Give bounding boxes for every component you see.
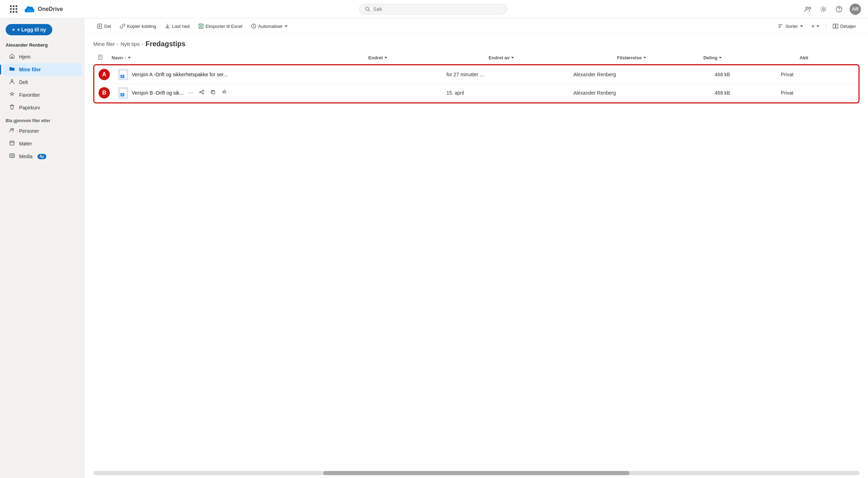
label-a-circle: A (99, 69, 110, 80)
view-toggle-label: ≡ (812, 24, 815, 29)
th-endret[interactable]: Endret (364, 52, 485, 64)
more-options-button[interactable]: ··· (187, 89, 194, 97)
th-deling-chevron (719, 56, 722, 59)
sidebar-item-personer[interactable]: Personer (3, 125, 82, 137)
download-icon (165, 23, 170, 29)
sidebar-media-label: Media (19, 154, 33, 159)
table-row[interactable]: B W Versjon B -Drift og sik... (94, 84, 858, 102)
file-list-area: Navn ↑ Endret Endret av (85, 52, 868, 468)
calendar-icon (8, 140, 16, 147)
search-input[interactable] (373, 6, 501, 12)
th-endret-av-chevron (511, 56, 514, 59)
file-type-icon (98, 54, 103, 60)
th-deling[interactable]: Deling (699, 52, 795, 64)
automatiser-button[interactable]: Automatiser (247, 21, 291, 31)
share-people-button[interactable] (803, 4, 813, 14)
sidebar-item-papirkurv[interactable]: Papirkurv (3, 101, 82, 114)
sort-icon (778, 23, 784, 29)
sort-dropdown-icon (128, 56, 131, 59)
breadcrumb-mine-filer[interactable]: Mine filer (93, 41, 115, 47)
th-check[interactable] (93, 52, 107, 64)
eksporter-label: Eksporter til Excel (206, 24, 242, 29)
file-a-modified: for 27 minutter ... (442, 65, 569, 84)
detaljer-button[interactable]: Detaljer (829, 21, 860, 31)
avatar[interactable]: AR (850, 4, 861, 15)
breadcrumb-nytt-tips[interactable]: Nytt tips (120, 41, 140, 47)
help-button[interactable] (834, 4, 844, 14)
add-new-plus-icon: + (12, 27, 15, 32)
onedrive-cloud-icon (24, 5, 35, 13)
people-icon (8, 127, 16, 135)
home-icon (8, 53, 16, 60)
view-chevron-icon (816, 24, 820, 28)
th-filstorrelse[interactable]: Filstørrelse (613, 52, 699, 64)
star-button-b[interactable] (220, 89, 229, 97)
svg-rect-11 (10, 141, 14, 145)
svg-point-13 (11, 155, 12, 156)
svg-rect-19 (212, 91, 215, 94)
th-endret-av-label: Endret av (489, 55, 509, 60)
automatiser-chevron-icon (284, 24, 288, 28)
file-b-name-cell[interactable]: W Versjon B -Drift og sik... ··· (114, 84, 442, 102)
onedrive-logo[interactable]: OneDrive (24, 5, 63, 13)
table-row[interactable]: A W Versjon A -Drift og sikkerhet (94, 65, 858, 84)
sidebar-item-moter[interactable]: Møter (3, 137, 82, 150)
search-bar[interactable] (359, 4, 507, 14)
share-people-icon (804, 6, 811, 13)
sidebar-item-favoritter[interactable]: Favoritter (3, 89, 82, 101)
automatiser-icon (251, 23, 256, 29)
file-table-highlighted: A W Versjon A -Drift og sikkerhet (94, 65, 858, 102)
add-new-label: + Legg til ny (17, 27, 46, 32)
folder-icon (8, 66, 16, 73)
eksporter-button[interactable]: Eksporter til Excel (195, 21, 246, 31)
highlighted-file-rows: A W Versjon A -Drift og sikkerhet (93, 64, 860, 103)
copy-icon-b (210, 89, 216, 95)
sidebar-item-delt[interactable]: Delt (3, 76, 82, 89)
file-b-modified: 15. april (442, 84, 569, 102)
file-a-name: Versjon A -Drift og sikkerhetspakke for … (132, 72, 228, 77)
th-endret-av[interactable]: Endret av (484, 52, 613, 64)
gear-icon (820, 6, 827, 13)
svg-point-2 (806, 7, 808, 9)
file-a-size: 468 kB (710, 65, 777, 84)
svg-rect-17 (836, 24, 838, 28)
waffle-icon (8, 4, 19, 14)
add-new-button[interactable]: + + Legg til ny (6, 24, 52, 35)
app-name-label: OneDrive (38, 6, 63, 12)
help-icon (835, 6, 843, 13)
file-a-modified-by: Alexander Renberg (569, 65, 710, 84)
app-body: + + Legg til ny Alexander Renberg Hjem M… (0, 18, 868, 478)
topbar-right: AR (803, 4, 861, 15)
sorter-button[interactable]: Sorter (774, 21, 807, 31)
star-empty-icon-b (222, 89, 227, 95)
waffle-button[interactable] (7, 2, 20, 16)
sidebar-item-hjem[interactable]: Hjem (3, 50, 82, 63)
horizontal-scrollbar[interactable] (93, 471, 860, 475)
file-b-actions: ··· (187, 89, 228, 97)
media-icon (8, 153, 16, 160)
breadcrumb-sep-2: › (142, 41, 143, 47)
toolbar-separator (826, 23, 826, 30)
del-button[interactable]: Del (93, 21, 115, 31)
settings-button[interactable] (819, 4, 828, 14)
label-b-circle: B (99, 87, 110, 98)
sidebar-item-media[interactable]: Media Ny (3, 150, 82, 163)
file-a-name-cell[interactable]: W Versjon A -Drift og sikkerhetspakke fo… (114, 65, 442, 84)
svg-point-8 (11, 80, 13, 82)
svg-rect-18 (99, 55, 102, 59)
scrollbar-thumb[interactable] (323, 471, 630, 475)
svg-line-1 (368, 10, 370, 11)
sidebar-item-mine-filer[interactable]: Mine filer (3, 63, 82, 76)
share-button-b[interactable] (197, 89, 206, 97)
sidebar-delt-label: Delt (19, 79, 28, 85)
details-icon (833, 23, 838, 29)
th-naam[interactable]: Navn ↑ (107, 52, 364, 64)
shared-icon (8, 79, 16, 86)
view-toggle-button[interactable]: ≡ (808, 22, 823, 31)
copy-button-b[interactable] (209, 89, 217, 97)
last-ned-button[interactable]: Last ned (161, 21, 193, 31)
svg-point-10 (12, 129, 14, 130)
file-a-sharing: Privat (777, 65, 835, 84)
th-filstorrelse-label: Filstørrelse (617, 55, 642, 60)
kopier-kobling-button[interactable]: Kopier kobling (116, 21, 160, 31)
